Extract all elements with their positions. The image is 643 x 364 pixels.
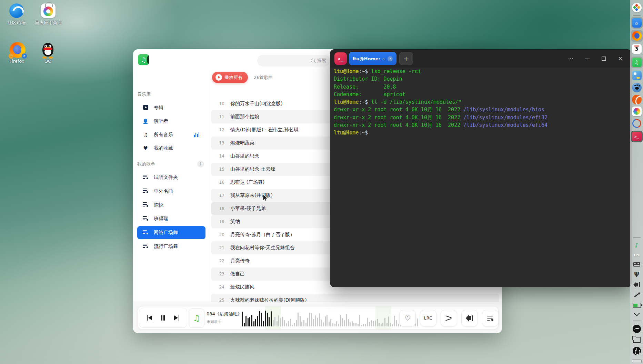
terminal-line: ltu@Home:~$ ll -d /lib/syslinux/modules/… [334, 98, 628, 106]
terminal-output[interactable]: ltu@Home:~$ lsb_release -rciDistributor … [334, 68, 628, 284]
sidebar-playlist-5[interactable]: 网络广场舞 [137, 226, 205, 239]
song-title: 笑纳 [230, 219, 240, 225]
terminal-titlebar[interactable]: >_ ltu@Home: ~ ✕ + ⋯ — ✕ [330, 50, 631, 68]
heart-icon: ♥ [142, 145, 149, 151]
song-title: 我在问花村等你-天生兄妹组合 [230, 245, 295, 251]
dock-item-assistant-icon[interactable] [633, 325, 641, 333]
sidebar-playlist-4[interactable]: 班得瑞 [137, 212, 205, 225]
menu-dots-icon[interactable]: ⋯ [566, 54, 575, 63]
terminal-tab[interactable]: ltu@Home: ~ ✕ [349, 52, 396, 65]
song-number: 23 [214, 272, 224, 276]
play-queue-button[interactable] [482, 310, 499, 326]
sidebar-section-playlists: 我的歌单 [137, 161, 155, 167]
dock-item-usb-icon[interactable]: Ψ [634, 271, 639, 278]
sidebar-playlist-1[interactable]: 试听文件夹 [137, 171, 205, 184]
sidebar-item-artists[interactable]: 👤演唱者 [137, 115, 205, 128]
player-card: ♫ 084《后海酒吧》 未知歌手 ♡ LRC [137, 306, 499, 330]
dock-item-onboard-keyboard-icon[interactable] [633, 262, 640, 267]
terminal-tab-title: ltu@Home: ~ [353, 56, 386, 61]
song-row-25[interactable]: 25火辣辣的老妹贼拉拉的美(DJ何鹏版) [211, 294, 499, 302]
dock-item-keyboard-layout[interactable]: us [634, 252, 640, 257]
track-title: 084《后海酒吧》 [207, 311, 244, 317]
lyrics-button[interactable]: LRC [420, 310, 436, 326]
sidebar-playlist-label: 班得瑞 [154, 216, 168, 222]
terminal-line: Codename: apricot [334, 91, 628, 98]
desktop-icon-label: QQ [32, 59, 64, 64]
qq-icon [41, 42, 55, 57]
sidebar-item-label: 我的收藏 [154, 145, 173, 151]
desktop-icon-firefox[interactable]: 🔒➤Firefox [1, 42, 33, 64]
sidebar-playlist-label: 试听文件夹 [154, 174, 178, 181]
shuffle-button[interactable] [441, 310, 457, 326]
new-tab-button[interactable]: + [399, 52, 413, 65]
dock-item-power-icon[interactable] [633, 347, 641, 355]
maximize-button[interactable] [600, 54, 608, 63]
sidebar-item-albums[interactable]: 专辑 [137, 101, 205, 114]
pause-button[interactable] [160, 315, 166, 321]
mouse-cursor [263, 194, 269, 202]
sidebar-item-favorites[interactable]: ♥我的收藏 [137, 142, 205, 155]
dock-item-collapse-chevron-icon[interactable] [635, 313, 639, 315]
desktop-icon-community-forum[interactable]: 社区论坛 [1, 3, 32, 26]
desktop-icon-qq[interactable]: QQ [32, 42, 64, 64]
tab-close-icon[interactable]: ✕ [388, 56, 393, 61]
sidebar-playlist-6[interactable]: 流行广场舞 [137, 240, 205, 253]
dock-item-calendar[interactable]: 3 [632, 44, 642, 54]
firefox-icon: 🔒➤ [10, 42, 24, 57]
minimize-button[interactable]: — [583, 54, 591, 63]
sidebar-playlist-3[interactable]: 陈悦 [137, 199, 205, 212]
song-number: 15 [214, 167, 224, 172]
dock-item-app-store[interactable]: ⌂ [631, 17, 643, 29]
terminal-app-icon: >_ [334, 52, 347, 65]
dock-item-terminal[interactable]: >_ [631, 131, 643, 142]
favorite-button[interactable]: ♡ [399, 310, 416, 326]
dock-item-deepin-music[interactable]: ♫ [631, 57, 643, 68]
dock-item-sync-app[interactable] [632, 119, 641, 128]
dock-item-launcher[interactable] [632, 3, 642, 12]
dock-item-orange-swirl-app[interactable] [632, 95, 642, 104]
dock-item-spark-store[interactable] [632, 107, 642, 116]
close-button[interactable]: ✕ [616, 54, 624, 63]
dock-item-battery-icon[interactable] [633, 303, 641, 308]
song-title: 燃烧吧蔬菜 [230, 140, 254, 146]
sidebar-playlist-2[interactable]: 中外名曲 [137, 185, 205, 198]
desktop-icon-label: 社区论坛 [1, 20, 32, 26]
sidebar-item-label: 演唱者 [154, 118, 168, 124]
track-artist: 未知歌手 [207, 319, 244, 324]
sidebar-playlist-label: 流行广场舞 [154, 243, 178, 250]
spark-app-store-icon [41, 3, 56, 18]
sidebar-item-label: 所有音乐 [154, 132, 173, 138]
dock-item-screenshot-icon[interactable] [633, 337, 641, 343]
sidebar-item-all-music[interactable]: ♫所有音乐 [137, 128, 205, 141]
song-number: 21 [214, 245, 224, 250]
song-number: 14 [214, 154, 224, 159]
heart-icon: ♡ [404, 314, 411, 322]
tray-divider-2 [633, 321, 641, 321]
search-input[interactable]: 搜索 [257, 55, 330, 67]
playlist-icon [142, 243, 149, 250]
next-button[interactable] [173, 315, 180, 321]
song-number: 13 [214, 141, 224, 145]
desktop-icon-label: Firefox [1, 59, 33, 64]
desktop-icon-spark-app-store[interactable]: 星火应用商店 [32, 3, 64, 26]
dock-item-pen-icon[interactable] [634, 295, 640, 296]
dock-item-paw-app[interactable] [632, 83, 642, 92]
play-icon [215, 74, 222, 81]
dock-item-volume-icon[interactable] [635, 283, 638, 286]
dock-item-spark-app[interactable] [632, 71, 642, 80]
playlist-icon [142, 216, 149, 222]
song-title: 火辣辣的老妹贼拉拉的美(DJ何鹏版) [230, 297, 307, 302]
play-all-button[interactable]: 播放所有 [212, 72, 248, 83]
dock-item-music-tray-icon[interactable]: ♪ [635, 242, 639, 249]
song-title: 月亮传奇 [230, 258, 250, 264]
album-art[interactable]: ♫ [189, 309, 204, 328]
terminal-line: drwxr-xr-x 2 root root 4.0K 10月 16 2022 … [334, 106, 628, 113]
shuffle-icon [445, 316, 452, 321]
previous-button[interactable] [147, 315, 153, 321]
desktop-icon-label: 星火应用商店 [32, 20, 64, 26]
volume-button[interactable] [461, 310, 478, 326]
song-number: 24 [214, 285, 224, 290]
add-playlist-button[interactable]: + [197, 161, 204, 168]
dock-item-firefox[interactable] [631, 30, 643, 42]
dock-item-show-desktop[interactable] [632, 360, 642, 363]
